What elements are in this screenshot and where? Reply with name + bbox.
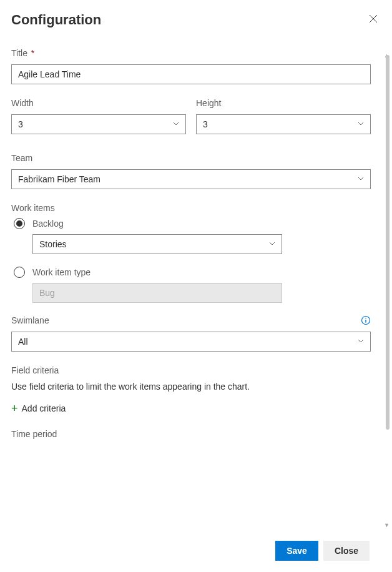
panel-header: Configuration (11, 11, 381, 28)
panel-footer: Save Close (11, 531, 381, 572)
work-item-type-select: Bug (32, 283, 282, 303)
form-scroll-area: Title * Width 3 Height (11, 48, 381, 531)
backlog-radio[interactable] (14, 218, 25, 229)
swimlane-field-group: Swimlane All (11, 315, 371, 352)
width-label: Width (11, 98, 186, 108)
field-criteria-help: Use field criteria to limit the work ite… (11, 382, 371, 392)
swimlane-label: Swimlane (11, 315, 49, 325)
title-label: Title * (11, 48, 371, 58)
backlog-radio-label: Backlog (32, 219, 64, 229)
team-field-group: Team Fabrikam Fiber Team (11, 153, 371, 189)
close-icon (368, 14, 378, 26)
required-indicator: * (31, 48, 34, 58)
work-item-type-radio-label: Work item type (32, 267, 91, 277)
title-field-group: Title * (11, 48, 371, 84)
scrollbar-thumb[interactable] (386, 55, 390, 430)
work-items-radio-group: Backlog Stories (11, 218, 371, 254)
add-criteria-button[interactable]: + Add criteria (11, 403, 66, 414)
width-select[interactable]: 3 (11, 114, 186, 134)
work-item-type-radio[interactable] (14, 267, 25, 278)
info-icon[interactable] (361, 315, 371, 325)
title-input[interactable] (11, 64, 371, 84)
panel-title: Configuration (11, 12, 101, 28)
height-label: Height (196, 98, 371, 108)
height-field-group: Height 3 (196, 98, 371, 134)
svg-point-4 (365, 318, 366, 319)
close-button[interactable] (366, 11, 381, 28)
field-criteria-label: Field criteria (11, 365, 371, 375)
save-button[interactable]: Save (275, 541, 318, 561)
scroll-down-arrow[interactable]: ▼ (384, 522, 390, 528)
field-criteria-group: Field criteria Use field criteria to lim… (11, 365, 371, 414)
team-select[interactable]: Fabrikam Fiber Team (11, 169, 371, 189)
time-period-group: Time period (11, 429, 371, 439)
swimlane-select[interactable]: All (11, 332, 371, 352)
close-footer-button[interactable]: Close (323, 541, 370, 561)
backlog-select[interactable]: Stories (32, 234, 282, 254)
team-label: Team (11, 153, 371, 163)
time-period-label: Time period (11, 429, 371, 439)
work-items-label: Work items (11, 203, 371, 213)
width-field-group: Width 3 (11, 98, 186, 134)
work-item-type-group: Work item type Bug (11, 267, 371, 303)
plus-icon: + (11, 403, 18, 414)
height-select[interactable]: 3 (196, 114, 371, 134)
